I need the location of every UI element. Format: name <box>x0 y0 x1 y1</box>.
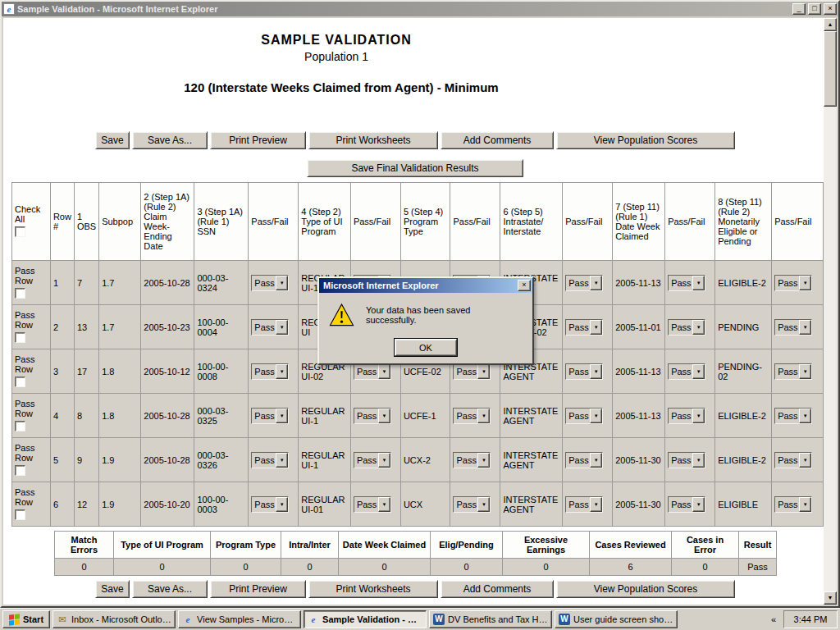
ok-button[interactable]: OK <box>395 339 457 356</box>
dropdown-arrow-icon: ▼ <box>692 497 705 512</box>
toolbar-button-print-worksheets[interactable]: Print Worksheets <box>308 131 438 149</box>
taskbar-item[interactable]: ✉Inbox - Microsoft Outlook <box>52 610 176 628</box>
pass-row-label: Pass Row <box>15 443 48 463</box>
chevron-icon[interactable]: « <box>767 611 780 628</box>
pass-fail-select[interactable]: Pass▼ <box>251 452 289 468</box>
save-final-validation-results-button[interactable]: Save Final Validation Results <box>307 159 523 177</box>
cell: UCFE-1 <box>400 394 450 438</box>
pass-fail-select[interactable]: Pass▼ <box>774 319 812 336</box>
cell: 5 <box>50 438 74 482</box>
dropdown-arrow-icon: ▼ <box>378 453 390 468</box>
minimize-button[interactable]: _ <box>792 3 806 15</box>
dropdown-arrow-icon: ▼ <box>692 276 705 290</box>
taskbar-item[interactable]: eSample Validation - M... <box>304 610 427 628</box>
pass-fail-select[interactable]: Pass▼ <box>354 363 391 380</box>
toolbar-button-print-preview[interactable]: Print Preview <box>210 580 306 598</box>
pass-fail-select[interactable]: Pass▼ <box>453 363 491 380</box>
pass-fail-value: Pass <box>669 278 692 288</box>
toolbar-button-save[interactable]: Save <box>95 131 130 149</box>
pass-fail-select[interactable]: Pass▼ <box>565 452 603 468</box>
pass-row-checkbox[interactable] <box>15 332 25 343</box>
pass-fail-select[interactable]: Pass▼ <box>251 496 289 513</box>
pass-fail-select[interactable]: Pass▼ <box>774 363 812 380</box>
pass-fail-select[interactable]: Pass▼ <box>668 275 705 291</box>
pass-fail-select[interactable]: Pass▼ <box>565 408 603 424</box>
cell: REGULAR UI-1 <box>299 394 351 438</box>
maximize-button[interactable]: □ <box>808 3 821 15</box>
pass-fail-select[interactable]: Pass▼ <box>774 452 812 468</box>
pass-fail-select[interactable]: Pass▼ <box>251 363 289 380</box>
pass-row-checkbox[interactable] <box>15 465 25 476</box>
pass-fail-select[interactable]: Pass▼ <box>354 408 391 424</box>
pass-fail-select[interactable]: Pass▼ <box>251 408 289 424</box>
dropdown-arrow-icon: ▼ <box>378 497 390 512</box>
scroll-up-icon[interactable]: ▲ <box>824 18 837 31</box>
cell: Pass▼ <box>563 394 613 438</box>
pass-fail-select[interactable]: Pass▼ <box>565 496 603 513</box>
pass-fail-select[interactable]: Pass▼ <box>565 363 603 380</box>
pass-fail-value: Pass <box>252 322 276 332</box>
pass-row-label: Pass Row <box>15 399 48 418</box>
dropdown-arrow-icon: ▼ <box>590 364 602 379</box>
pass-fail-select[interactable]: Pass▼ <box>668 408 705 424</box>
pass-fail-select[interactable]: Pass▼ <box>354 496 391 513</box>
cell: Pass▼ <box>563 438 613 482</box>
dialog-close-icon[interactable]: × <box>518 280 531 291</box>
summary-value: 0 <box>431 559 503 576</box>
pass-fail-select[interactable]: Pass▼ <box>774 496 812 513</box>
toolbar-button-view-population-scores[interactable]: View Population Scores <box>556 580 735 598</box>
check-all-header: Check All <box>12 183 51 261</box>
summary-value: 0 <box>114 559 211 576</box>
pass-fail-select[interactable]: Pass▼ <box>251 319 289 336</box>
pass-fail-select[interactable]: Pass▼ <box>668 496 705 513</box>
pass-fail-select[interactable]: Pass▼ <box>354 452 391 468</box>
pass-fail-select[interactable]: Pass▼ <box>251 275 289 291</box>
pass-fail-select[interactable]: Pass▼ <box>453 408 491 424</box>
toolbar-button-print-worksheets[interactable]: Print Worksheets <box>308 580 438 598</box>
pass-fail-value: Pass <box>454 367 477 377</box>
check-all-checkbox[interactable] <box>15 226 25 237</box>
pass-fail-value: Pass <box>354 500 378 509</box>
pass-fail-value: Pass <box>669 367 692 377</box>
cell: Pass▼ <box>249 305 299 349</box>
pass-fail-select[interactable]: Pass▼ <box>774 275 812 291</box>
taskbar-item-label: Inbox - Microsoft Outlook <box>71 614 171 624</box>
pass-fail-select[interactable]: Pass▼ <box>453 496 491 513</box>
check-all-label: Check All <box>15 204 48 224</box>
pass-fail-value: Pass <box>566 278 590 288</box>
summary-value: 0 <box>672 559 739 576</box>
column-header: 6 (Step 5) Intrastate/ Interstate <box>500 183 563 261</box>
cell: 2005-11-13 <box>613 394 665 438</box>
toolbar-button-add-comments[interactable]: Add Comments <box>441 131 554 149</box>
column-header: Pass/Fail <box>665 183 715 261</box>
cell: 2005-10-20 <box>141 482 194 527</box>
pass-fail-select[interactable]: Pass▼ <box>774 408 812 424</box>
cell: 2005-10-28 <box>141 261 194 305</box>
pass-fail-select[interactable]: Pass▼ <box>668 363 705 380</box>
taskbar-item[interactable]: WUser guide screen shots ... <box>555 610 678 628</box>
vertical-scrollbar[interactable]: ▲ ▼ <box>824 18 837 605</box>
pass-fail-select[interactable]: Pass▼ <box>668 319 705 336</box>
toolbar-button-save-as[interactable]: Save As... <box>132 131 208 149</box>
pass-fail-value: Pass <box>775 500 799 509</box>
toolbar-button-print-preview[interactable]: Print Preview <box>210 131 306 149</box>
pass-fail-select[interactable]: Pass▼ <box>668 452 705 468</box>
toolbar-button-save[interactable]: Save <box>95 580 130 598</box>
pass-row-checkbox[interactable] <box>15 288 25 299</box>
toolbar-button-save-as[interactable]: Save As... <box>132 580 208 598</box>
pass-row-checkbox[interactable] <box>15 377 25 387</box>
start-button[interactable]: Start <box>2 610 50 628</box>
toolbar-button-view-population-scores[interactable]: View Population Scores <box>556 131 735 149</box>
scroll-down-icon[interactable]: ▼ <box>824 591 837 605</box>
toolbar-button-add-comments[interactable]: Add Comments <box>441 580 554 598</box>
pass-fail-select[interactable]: Pass▼ <box>565 319 603 336</box>
pass-fail-select[interactable]: Pass▼ <box>565 275 603 291</box>
pass-row-checkbox[interactable] <box>15 509 25 520</box>
cell: 100-00-0003 <box>194 482 249 527</box>
scrollbar-thumb[interactable] <box>824 31 837 107</box>
taskbar-item[interactable]: eView Samples - Microsof... <box>178 610 301 628</box>
taskbar-item[interactable]: WDV Benefits and Tax Han... <box>429 610 552 628</box>
pass-row-checkbox[interactable] <box>15 421 25 431</box>
pass-fail-select[interactable]: Pass▼ <box>453 452 491 468</box>
close-button[interactable]: × <box>824 3 837 15</box>
